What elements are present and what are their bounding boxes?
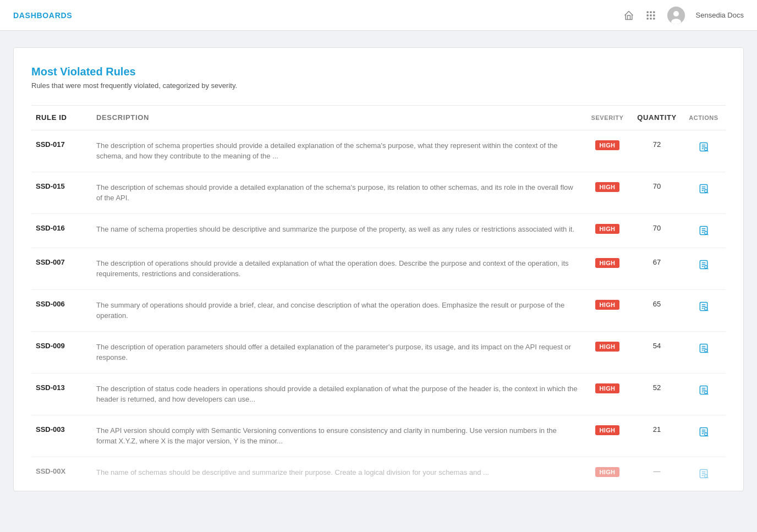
svg-point-46	[705, 349, 707, 352]
table-row: SSD-017The description of schema propert…	[31, 130, 726, 172]
actions-cell	[682, 172, 726, 213]
severity-cell: HIGH	[583, 130, 632, 172]
svg-rect-3	[646, 14, 648, 16]
svg-point-40	[705, 307, 707, 310]
description-cell: The API version should comply with Seman…	[92, 415, 583, 457]
rule-id-cell: SSD-015	[31, 172, 92, 213]
table-row: SSD-009The description of operation para…	[31, 331, 726, 373]
table-row: SSD-003The API version should comply wit…	[31, 415, 726, 457]
col-header-actions: ACTIONS	[682, 106, 726, 130]
view-details-button[interactable]	[697, 425, 710, 438]
description-cell: The description of status code headers i…	[92, 373, 583, 415]
avatar[interactable]	[667, 7, 685, 24]
table-row: SSD-007The description of operations sho…	[31, 248, 726, 289]
svg-point-16	[705, 147, 707, 150]
actions-cell	[682, 130, 726, 172]
user-label: Sensedia Docs	[696, 11, 744, 19]
actions-cell	[682, 289, 726, 331]
actions-cell	[682, 248, 726, 289]
brand-label: DASHBOARDS	[13, 11, 72, 20]
card-subtitle: Rules that were most frequently violated…	[31, 81, 726, 90]
quantity-cell: 52	[632, 373, 682, 415]
severity-badge: HIGH	[595, 224, 620, 234]
svg-point-22	[705, 189, 707, 192]
severity-cell: HIGH	[583, 248, 632, 289]
severity-cell: HIGH	[583, 457, 632, 491]
svg-line-17	[707, 150, 708, 151]
description-cell: The description of operations should pro…	[92, 248, 583, 289]
col-header-description: DESCRIPTION	[92, 106, 583, 130]
svg-line-65	[707, 477, 708, 478]
table-row: SSD-016The name of schema properties sho…	[31, 213, 726, 248]
severity-cell: HIGH	[583, 415, 632, 457]
topnav-left: DASHBOARDS	[13, 11, 72, 20]
view-details-button[interactable]	[697, 182, 710, 195]
quantity-cell: 65	[632, 289, 682, 331]
description-cell: The description of operation parameters …	[92, 331, 583, 373]
severity-badge: HIGH	[595, 140, 620, 150]
rule-id-cell: SSD-009	[31, 331, 92, 373]
svg-point-52	[705, 391, 707, 393]
severity-badge: HIGH	[595, 467, 620, 477]
view-details-button[interactable]	[697, 224, 710, 237]
main-card: Most Violated Rules Rules that were most…	[13, 47, 744, 491]
severity-badge: HIGH	[595, 182, 620, 192]
svg-rect-4	[650, 14, 651, 16]
severity-cell: HIGH	[583, 331, 632, 373]
svg-rect-8	[653, 18, 655, 19]
actions-cell	[682, 213, 726, 248]
table-row: SSD-00XThe name of schemas should be des…	[31, 457, 726, 491]
rule-id-cell: SSD-006	[31, 289, 92, 331]
table-row: SSD-013The description of status code he…	[31, 373, 726, 415]
svg-point-10	[673, 11, 679, 17]
svg-rect-7	[650, 18, 651, 19]
svg-point-64	[705, 474, 707, 477]
svg-line-35	[707, 268, 708, 269]
rule-id-cell: SSD-003	[31, 415, 92, 457]
view-details-button[interactable]	[697, 342, 710, 355]
home-icon[interactable]	[623, 10, 634, 21]
svg-rect-2	[653, 11, 655, 13]
description-cell: The description of schemas should provid…	[92, 172, 583, 213]
svg-line-47	[707, 352, 708, 353]
svg-rect-0	[646, 11, 648, 13]
page-wrapper: Most Violated Rules Rules that were most…	[0, 31, 757, 508]
severity-badge: HIGH	[595, 258, 620, 268]
description-cell: The summary of operations should provide…	[92, 289, 583, 331]
col-header-rule-id: RULE ID	[31, 106, 92, 130]
svg-point-28	[705, 231, 707, 234]
actions-cell	[682, 415, 726, 457]
quantity-cell: 70	[632, 213, 682, 248]
view-details-button[interactable]	[697, 140, 710, 153]
severity-cell: HIGH	[583, 289, 632, 331]
quantity-cell: 72	[632, 130, 682, 172]
rule-id-cell: SSD-016	[31, 213, 92, 248]
rule-id-cell: SSD-00X	[31, 457, 92, 491]
quantity-cell: —	[632, 457, 682, 491]
severity-cell: HIGH	[583, 172, 632, 213]
svg-line-23	[707, 192, 708, 193]
topnav-right: Sensedia Docs	[623, 7, 744, 24]
view-details-button[interactable]	[697, 467, 710, 480]
svg-line-41	[707, 310, 708, 311]
view-details-button[interactable]	[697, 300, 710, 313]
description-cell: The description of schema properties sho…	[92, 130, 583, 172]
rules-table: RULE ID DESCRIPTION SEVERITY QUANTITY AC…	[31, 105, 726, 491]
apps-icon[interactable]	[645, 10, 656, 21]
col-header-severity: SEVERITY	[583, 106, 632, 130]
view-details-button[interactable]	[697, 383, 710, 397]
table-row: SSD-015The description of schemas should…	[31, 172, 726, 213]
svg-point-34	[705, 265, 707, 268]
severity-badge: HIGH	[595, 425, 620, 435]
severity-cell: HIGH	[583, 213, 632, 248]
svg-line-29	[707, 234, 708, 235]
view-details-button[interactable]	[697, 258, 710, 271]
actions-cell	[682, 331, 726, 373]
svg-rect-5	[653, 14, 655, 16]
svg-line-59	[707, 435, 708, 436]
severity-badge: HIGH	[595, 342, 620, 352]
severity-cell: HIGH	[583, 373, 632, 415]
actions-cell	[682, 457, 726, 491]
severity-badge: HIGH	[595, 383, 620, 393]
table-row: SSD-006The summary of operations should …	[31, 289, 726, 331]
